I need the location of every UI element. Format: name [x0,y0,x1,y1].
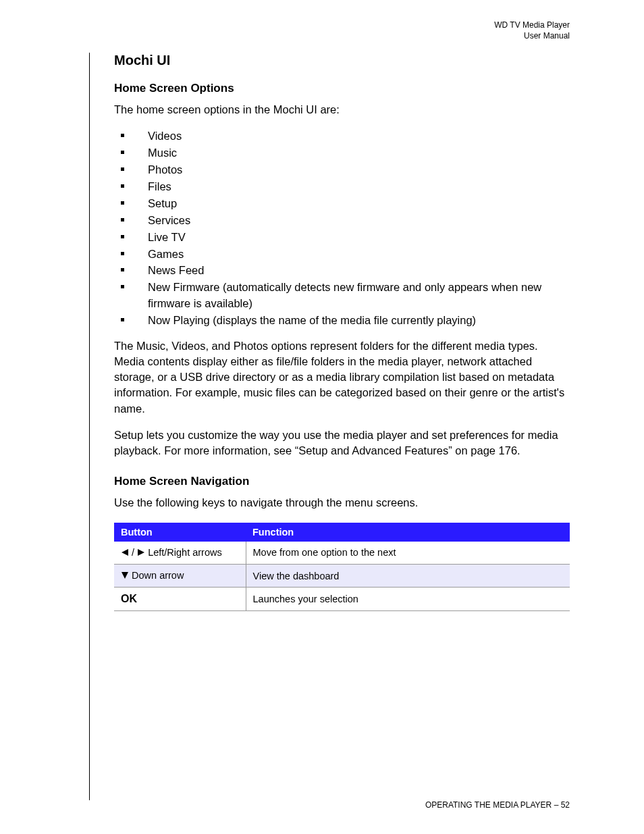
cell-function: Launches your selection [246,588,570,611]
list-item: Now Playing (displays the name of the me… [114,313,570,329]
list-item: Setup [114,196,570,212]
cell-function: View the dashboard [246,565,570,588]
button-label: Left/Right arrows [148,547,222,558]
nav-intro: Use the following keys to navigate throu… [114,495,570,511]
nav-heading: Home Screen Navigation [114,475,570,488]
list-item: Games [114,246,570,263]
list-item: Live TV [114,230,570,246]
list-item: Music [114,145,570,161]
footer: OPERATING THE MEDIA PLAYER – 52 [425,800,570,810]
cell-button: OK [114,588,246,611]
table-row: / Left/Right arrows Move from one option… [114,542,570,565]
button-label: Down arrow [132,570,184,581]
separator: / [132,547,137,558]
cell-function: Move from one option to the next [246,542,570,565]
table-row: OK Launches your selection [114,588,570,611]
footer-page: 52 [561,800,570,810]
ok-button-label: OK [121,593,137,604]
svg-marker-1 [138,549,144,556]
right-arrow-icon [137,548,145,558]
home-options-list: Videos Music Photos Files Setup Services… [114,128,570,329]
home-options-intro: The home screen options in the Mochi UI … [114,102,570,118]
list-item: Services [114,213,570,229]
list-item: Videos [114,128,570,145]
left-arrow-icon [121,548,129,558]
home-options-para-1: The Music, Videos, and Photos options re… [114,338,570,416]
list-item: Files [114,179,570,195]
home-options-heading: Home Screen Options [114,82,570,95]
col-function: Function [246,523,570,542]
header-line-1: WD TV Media Player [494,20,570,31]
down-arrow-icon [121,571,129,581]
list-item: New Firmware (automatically detects new … [114,280,570,312]
footer-sep: – [552,800,560,810]
page-content: Mochi UI Home Screen Options The home sc… [89,53,570,800]
nav-table: Button Function / Left/Right arrows [114,523,570,611]
section-title: Mochi UI [114,53,570,68]
home-options-para-2: Setup lets you customize the way you use… [114,427,570,459]
svg-marker-2 [122,572,128,579]
header-meta: WD TV Media Player User Manual [494,20,570,41]
cell-button: Down arrow [114,565,246,588]
header-line-2: User Manual [494,31,570,42]
footer-label: OPERATING THE MEDIA PLAYER [425,800,552,810]
table-row: Down arrow View the dashboard [114,565,570,588]
list-item: Photos [114,162,570,178]
col-button: Button [114,523,246,542]
list-item: News Feed [114,263,570,279]
svg-marker-0 [122,549,128,556]
cell-button: / Left/Right arrows [114,542,246,565]
